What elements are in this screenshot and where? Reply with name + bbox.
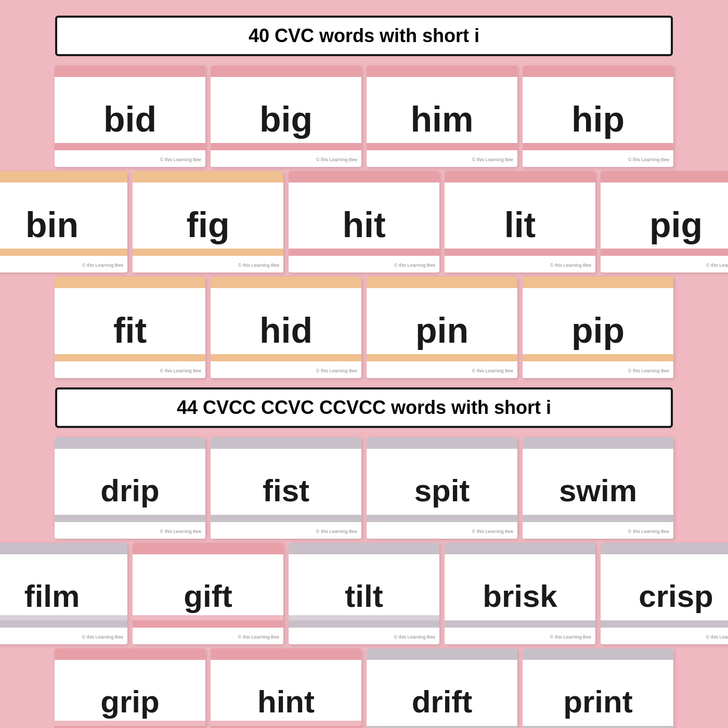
card-word: him	[411, 101, 474, 137]
card-footer: © this Learning Bee	[367, 524, 517, 539]
card-header-gray	[367, 437, 517, 449]
card-drip: drip © this Learning Bee	[55, 437, 205, 539]
card-word: lit	[504, 207, 536, 242]
copyright-text: © this Learning Bee	[316, 157, 357, 162]
copyright-text: © this Learning Bee	[472, 529, 513, 534]
card-fig: fig © this Learning Bee	[133, 171, 283, 272]
card-bid: bid © this Learning Bee	[55, 66, 205, 167]
copyright-text: © this Learning Bee	[472, 368, 513, 373]
title-banner-2: 44 CVCC CCVC CCVCC words with short i	[55, 387, 673, 428]
copyright-text: © this Learning Bee	[706, 263, 728, 268]
card-footer: © this Learning Bee	[523, 363, 673, 378]
card-word: bid	[103, 101, 157, 137]
card-footer: © this Learning Bee	[55, 524, 205, 539]
bottom-stripe	[211, 726, 361, 728]
card-footer: © this Learning Bee	[55, 363, 205, 378]
card-word: hint	[257, 686, 315, 718]
card-hip: hip © this Learning Bee	[523, 66, 673, 167]
bottom-stripe	[133, 249, 283, 256]
title-text-1: 40 CVC words with short i	[249, 25, 479, 46]
card-footer: © this Learning Bee	[211, 363, 361, 378]
card-word: pin	[415, 313, 469, 348]
cvcc-row-1: drip © this Learning Bee fist © this Lea…	[55, 437, 673, 539]
bottom-stripe	[523, 354, 673, 361]
card-word: brisk	[483, 581, 557, 612]
card-fist: fist © this Learning Bee	[211, 437, 361, 539]
bottom-stripe	[445, 620, 595, 628]
card-big: big © this Learning Bee	[211, 66, 361, 167]
card-word: hit	[342, 207, 385, 242]
card-word: drip	[100, 475, 159, 506]
card-hit: hit © this Learning Bee	[289, 171, 439, 272]
card-hint: hint © this Learning Bee	[211, 648, 361, 728]
card-drift: drift © this Learning Bee	[367, 648, 517, 728]
card-gift: gift © this Learning Bee	[133, 543, 283, 644]
card-fit: fit © this Learning Bee	[55, 277, 205, 378]
card-word: film	[24, 581, 80, 612]
card-footer: © this Learning Bee	[445, 630, 595, 644]
card-pip: pip © this Learning Bee	[523, 277, 673, 378]
card-film: film © this Learning Bee	[0, 543, 127, 644]
bottom-stripe	[55, 515, 205, 522]
card-header-peach	[0, 171, 127, 183]
card-header-gray	[0, 543, 127, 554]
copyright-text: © this Learning Bee	[238, 634, 279, 640]
copyright-text: © this Learning Bee	[550, 263, 591, 268]
card-word: crisp	[639, 581, 713, 612]
copyright-text: © this Learning Bee	[160, 368, 201, 373]
card-word: tilt	[345, 581, 383, 612]
card-pin: pin © this Learning Bee	[367, 277, 517, 378]
card-header-peach	[211, 277, 361, 288]
card-header-gray	[55, 437, 205, 449]
bottom-stripe	[445, 249, 595, 256]
bottom-stripe-2	[289, 615, 439, 620]
card-bin: bin © this Learning Bee	[0, 171, 127, 272]
card-header-pink	[601, 171, 728, 183]
card-footer: © this Learning Bee	[367, 152, 517, 167]
card-word: fig	[186, 207, 229, 242]
card-header-pink	[55, 66, 205, 77]
card-grip: grip © this Learning Bee	[55, 648, 205, 728]
bottom-stripe	[55, 354, 205, 361]
bottom-stripe	[367, 143, 517, 150]
bottom-stripe	[367, 726, 517, 728]
bottom-stripe	[289, 249, 439, 256]
card-header-peach	[367, 277, 517, 288]
card-header-gray	[523, 648, 673, 660]
bottom-stripe	[211, 515, 361, 522]
bottom-stripe	[601, 620, 728, 628]
card-word: hip	[571, 101, 625, 137]
card-header-pink	[523, 66, 673, 77]
card-hid: hid © this Learning Bee	[211, 277, 361, 378]
card-footer: © this Learning Bee	[133, 630, 283, 644]
card-word: swim	[559, 475, 637, 506]
card-header-gray	[601, 543, 728, 554]
bottom-stripe-2	[133, 615, 283, 620]
card-header-peach	[133, 171, 283, 183]
card-footer: © this Learning Bee	[211, 152, 361, 167]
bottom-stripe	[601, 249, 728, 256]
title-text-2: 44 CVCC CCVC CCVCC words with short i	[177, 397, 551, 418]
cvc-row-1: bid © this Learning Bee big © this Learn…	[55, 66, 673, 167]
cvcc-section: drip © this Learning Bee fist © this Lea…	[21, 437, 707, 728]
cvcc-row-3: grip © this Learning Bee hint © this Lea…	[55, 648, 673, 728]
bottom-stripe	[55, 726, 205, 728]
card-footer: © this Learning Bee	[601, 630, 728, 644]
card-header-pink	[289, 171, 439, 183]
bottom-stripe	[211, 354, 361, 361]
card-header-peach	[523, 277, 673, 288]
card-word: hid	[259, 313, 313, 348]
copyright-text: © this Learning Bee	[706, 634, 728, 640]
card-header-gray	[289, 543, 439, 554]
bottom-stripe	[367, 515, 517, 522]
copyright-text: © this Learning Bee	[628, 157, 669, 162]
cvc-row-3: fit © this Learning Bee hid © this Learn…	[55, 277, 673, 378]
card-word: bin	[25, 207, 79, 242]
bottom-stripe	[133, 620, 283, 628]
copyright-text: © this Learning Bee	[316, 529, 357, 534]
card-header-peach	[55, 277, 205, 288]
card-footer: © this Learning Bee	[601, 258, 728, 272]
copyright-text: © this Learning Bee	[82, 634, 123, 640]
card-footer: © this Learning Bee	[133, 258, 283, 272]
bottom-stripe-2	[55, 721, 205, 726]
